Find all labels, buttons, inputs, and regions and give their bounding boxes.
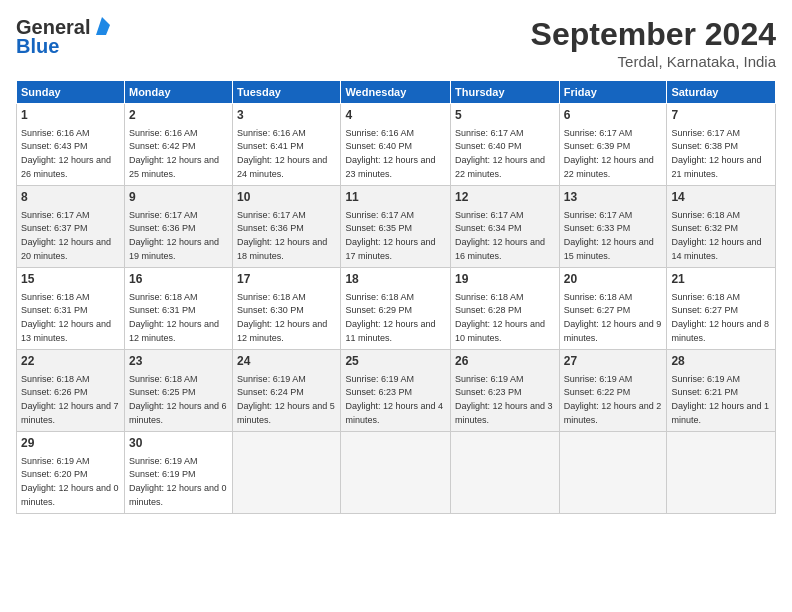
day-number: 17	[237, 271, 336, 288]
calendar-cell: 5 Sunrise: 6:17 AMSunset: 6:40 PMDayligh…	[451, 104, 560, 186]
calendar-cell: 4 Sunrise: 6:16 AMSunset: 6:40 PMDayligh…	[341, 104, 451, 186]
col-sunday: Sunday	[17, 81, 125, 104]
day-info: Sunrise: 6:17 AMSunset: 6:37 PMDaylight:…	[21, 210, 111, 261]
day-info: Sunrise: 6:19 AMSunset: 6:23 PMDaylight:…	[455, 374, 553, 425]
calendar-cell: 26 Sunrise: 6:19 AMSunset: 6:23 PMDaylig…	[451, 350, 560, 432]
day-info: Sunrise: 6:19 AMSunset: 6:22 PMDaylight:…	[564, 374, 662, 425]
day-number: 18	[345, 271, 446, 288]
day-number: 25	[345, 353, 446, 370]
calendar-row: 8 Sunrise: 6:17 AMSunset: 6:37 PMDayligh…	[17, 186, 776, 268]
col-tuesday: Tuesday	[233, 81, 341, 104]
day-info: Sunrise: 6:19 AMSunset: 6:19 PMDaylight:…	[129, 456, 227, 507]
day-info: Sunrise: 6:16 AMSunset: 6:43 PMDaylight:…	[21, 128, 111, 179]
day-number: 23	[129, 353, 228, 370]
calendar-table: Sunday Monday Tuesday Wednesday Thursday…	[16, 80, 776, 514]
calendar-cell: 28 Sunrise: 6:19 AMSunset: 6:21 PMDaylig…	[667, 350, 776, 432]
page: General Blue September 2024 Terdal, Karn…	[0, 0, 792, 612]
calendar-cell: 16 Sunrise: 6:18 AMSunset: 6:31 PMDaylig…	[124, 268, 232, 350]
calendar-cell: 18 Sunrise: 6:18 AMSunset: 6:29 PMDaylig…	[341, 268, 451, 350]
month-title: September 2024	[531, 16, 776, 53]
day-info: Sunrise: 6:18 AMSunset: 6:29 PMDaylight:…	[345, 292, 435, 343]
calendar-cell	[559, 432, 667, 514]
day-number: 19	[455, 271, 555, 288]
day-number: 24	[237, 353, 336, 370]
day-number: 26	[455, 353, 555, 370]
calendar-row: 29 Sunrise: 6:19 AMSunset: 6:20 PMDaylig…	[17, 432, 776, 514]
day-info: Sunrise: 6:17 AMSunset: 6:36 PMDaylight:…	[129, 210, 219, 261]
calendar-cell: 15 Sunrise: 6:18 AMSunset: 6:31 PMDaylig…	[17, 268, 125, 350]
calendar-cell: 7 Sunrise: 6:17 AMSunset: 6:38 PMDayligh…	[667, 104, 776, 186]
day-number: 10	[237, 189, 336, 206]
day-number: 12	[455, 189, 555, 206]
day-number: 30	[129, 435, 228, 452]
calendar-cell: 21 Sunrise: 6:18 AMSunset: 6:27 PMDaylig…	[667, 268, 776, 350]
calendar-cell: 27 Sunrise: 6:19 AMSunset: 6:22 PMDaylig…	[559, 350, 667, 432]
col-thursday: Thursday	[451, 81, 560, 104]
day-number: 6	[564, 107, 663, 124]
col-saturday: Saturday	[667, 81, 776, 104]
calendar-cell: 30 Sunrise: 6:19 AMSunset: 6:19 PMDaylig…	[124, 432, 232, 514]
day-info: Sunrise: 6:16 AMSunset: 6:41 PMDaylight:…	[237, 128, 327, 179]
day-info: Sunrise: 6:19 AMSunset: 6:24 PMDaylight:…	[237, 374, 335, 425]
day-info: Sunrise: 6:18 AMSunset: 6:28 PMDaylight:…	[455, 292, 545, 343]
calendar-row: 1 Sunrise: 6:16 AMSunset: 6:43 PMDayligh…	[17, 104, 776, 186]
svg-marker-0	[96, 17, 110, 35]
calendar-cell: 12 Sunrise: 6:17 AMSunset: 6:34 PMDaylig…	[451, 186, 560, 268]
calendar-cell	[667, 432, 776, 514]
day-number: 8	[21, 189, 120, 206]
col-wednesday: Wednesday	[341, 81, 451, 104]
day-info: Sunrise: 6:19 AMSunset: 6:23 PMDaylight:…	[345, 374, 443, 425]
calendar-cell: 22 Sunrise: 6:18 AMSunset: 6:26 PMDaylig…	[17, 350, 125, 432]
col-friday: Friday	[559, 81, 667, 104]
calendar-cell: 17 Sunrise: 6:18 AMSunset: 6:30 PMDaylig…	[233, 268, 341, 350]
day-number: 27	[564, 353, 663, 370]
calendar-cell: 23 Sunrise: 6:18 AMSunset: 6:25 PMDaylig…	[124, 350, 232, 432]
day-info: Sunrise: 6:18 AMSunset: 6:27 PMDaylight:…	[671, 292, 769, 343]
day-info: Sunrise: 6:18 AMSunset: 6:32 PMDaylight:…	[671, 210, 761, 261]
day-info: Sunrise: 6:17 AMSunset: 6:34 PMDaylight:…	[455, 210, 545, 261]
calendar-cell: 25 Sunrise: 6:19 AMSunset: 6:23 PMDaylig…	[341, 350, 451, 432]
day-info: Sunrise: 6:17 AMSunset: 6:33 PMDaylight:…	[564, 210, 654, 261]
calendar-cell	[233, 432, 341, 514]
calendar-cell: 29 Sunrise: 6:19 AMSunset: 6:20 PMDaylig…	[17, 432, 125, 514]
day-number: 14	[671, 189, 771, 206]
calendar-cell: 6 Sunrise: 6:17 AMSunset: 6:39 PMDayligh…	[559, 104, 667, 186]
day-number: 21	[671, 271, 771, 288]
day-number: 4	[345, 107, 446, 124]
calendar-cell: 14 Sunrise: 6:18 AMSunset: 6:32 PMDaylig…	[667, 186, 776, 268]
calendar-cell	[451, 432, 560, 514]
day-info: Sunrise: 6:17 AMSunset: 6:40 PMDaylight:…	[455, 128, 545, 179]
title-area: September 2024 Terdal, Karnataka, India	[531, 16, 776, 70]
day-info: Sunrise: 6:17 AMSunset: 6:38 PMDaylight:…	[671, 128, 761, 179]
day-info: Sunrise: 6:18 AMSunset: 6:25 PMDaylight:…	[129, 374, 227, 425]
col-monday: Monday	[124, 81, 232, 104]
day-info: Sunrise: 6:17 AMSunset: 6:39 PMDaylight:…	[564, 128, 654, 179]
day-number: 16	[129, 271, 228, 288]
day-info: Sunrise: 6:18 AMSunset: 6:30 PMDaylight:…	[237, 292, 327, 343]
logo-blue: Blue	[16, 35, 59, 58]
location-subtitle: Terdal, Karnataka, India	[531, 53, 776, 70]
day-number: 28	[671, 353, 771, 370]
calendar-cell: 9 Sunrise: 6:17 AMSunset: 6:36 PMDayligh…	[124, 186, 232, 268]
calendar-cell: 1 Sunrise: 6:16 AMSunset: 6:43 PMDayligh…	[17, 104, 125, 186]
day-number: 2	[129, 107, 228, 124]
header-row: Sunday Monday Tuesday Wednesday Thursday…	[17, 81, 776, 104]
day-number: 5	[455, 107, 555, 124]
day-number: 15	[21, 271, 120, 288]
day-number: 1	[21, 107, 120, 124]
day-number: 11	[345, 189, 446, 206]
calendar-cell: 8 Sunrise: 6:17 AMSunset: 6:37 PMDayligh…	[17, 186, 125, 268]
header: General Blue September 2024 Terdal, Karn…	[16, 16, 776, 70]
day-number: 22	[21, 353, 120, 370]
day-number: 3	[237, 107, 336, 124]
day-number: 9	[129, 189, 228, 206]
day-info: Sunrise: 6:17 AMSunset: 6:35 PMDaylight:…	[345, 210, 435, 261]
day-number: 13	[564, 189, 663, 206]
calendar-cell: 13 Sunrise: 6:17 AMSunset: 6:33 PMDaylig…	[559, 186, 667, 268]
day-info: Sunrise: 6:18 AMSunset: 6:31 PMDaylight:…	[129, 292, 219, 343]
logo: General Blue	[16, 16, 110, 58]
day-number: 29	[21, 435, 120, 452]
day-info: Sunrise: 6:16 AMSunset: 6:42 PMDaylight:…	[129, 128, 219, 179]
day-info: Sunrise: 6:18 AMSunset: 6:26 PMDaylight:…	[21, 374, 119, 425]
calendar-row: 15 Sunrise: 6:18 AMSunset: 6:31 PMDaylig…	[17, 268, 776, 350]
